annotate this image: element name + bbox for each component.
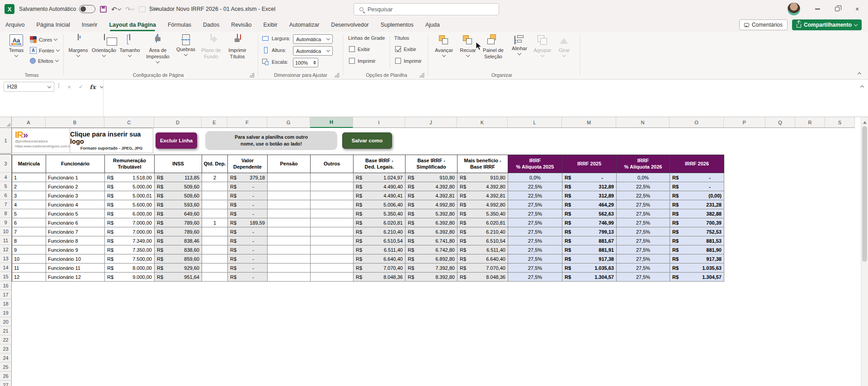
touch-mode-button[interactable] (139, 6, 146, 12)
cell[interactable]: R$859,60 (155, 254, 202, 264)
cell[interactable]: R$189,59 (228, 218, 268, 227)
table-header-cell[interactable]: IRRF % Alíquota 2026 (617, 155, 670, 173)
cell[interactable] (268, 264, 311, 273)
row-header-13[interactable]: 13 (0, 254, 12, 263)
column-header-M[interactable]: M (562, 117, 616, 128)
tab-página-inicial[interactable]: Página Inicial (36, 18, 70, 32)
spin-up-icon[interactable] (313, 59, 316, 62)
cell[interactable]: R$8.000,00 (105, 264, 155, 273)
save-as-button[interactable]: Salvar como (342, 132, 392, 149)
table-header-cell[interactable]: Matrícula (12, 155, 46, 173)
row-header-11[interactable]: 11 (0, 236, 12, 245)
cell[interactable]: R$6.640,40 (354, 254, 406, 264)
insert-function-button[interactable]: fx (88, 82, 98, 92)
cell[interactable] (311, 264, 354, 273)
cell[interactable]: R$312,89 (562, 191, 617, 200)
cell[interactable]: R$7.070,40 (458, 264, 508, 273)
cell[interactable]: R$4.392,81 (406, 191, 458, 200)
row-header-21[interactable]: 21 (0, 326, 12, 335)
row-header-4[interactable]: 4 (0, 173, 12, 182)
row-header-25[interactable]: 25 (0, 362, 12, 372)
cell[interactable]: 27,5% (617, 218, 670, 227)
tab-ajuda[interactable]: Ajuda (425, 18, 440, 32)
cell[interactable] (311, 236, 354, 245)
tab-fórmulas[interactable]: Fórmulas (168, 18, 191, 32)
scrollbar-thumb[interactable] (862, 126, 867, 262)
column-header-Q[interactable]: Q (765, 117, 795, 128)
cancel-icon[interactable]: × (64, 82, 74, 92)
cell[interactable]: 27,5% (508, 273, 562, 282)
gridlines-view-checkbox[interactable]: Exibir (349, 46, 370, 52)
cell[interactable]: R$6.392,80 (406, 218, 458, 227)
cell[interactable]: 27,5% (508, 200, 562, 209)
user-avatar[interactable] (788, 3, 800, 15)
cell[interactable] (311, 245, 354, 254)
cell[interactable]: R$917,38 (670, 254, 724, 264)
cell[interactable]: R$4.392,80 (458, 182, 508, 191)
scale-height-dropdown[interactable]: Automática (293, 46, 333, 56)
row-header-5[interactable]: 5 (0, 182, 12, 191)
cell[interactable] (311, 218, 354, 227)
cell[interactable]: R$- (228, 227, 268, 236)
headings-view-checkbox[interactable]: Exibir (395, 46, 416, 52)
cell[interactable]: R$312,89 (562, 182, 617, 191)
cell[interactable]: R$1.518,00 (105, 173, 155, 182)
cell[interactable] (311, 273, 354, 282)
cell[interactable]: R$- (228, 236, 268, 245)
cell[interactable]: R$8.048,36 (354, 273, 406, 282)
formula-bar-collapse-icon[interactable] (860, 85, 864, 89)
cell[interactable]: 27,5% (617, 254, 670, 264)
cell[interactable]: 27,5% (617, 245, 670, 254)
cell[interactable]: 27,5% (617, 227, 670, 236)
cell[interactable]: R$- (228, 264, 268, 273)
tab-exibir[interactable]: Exibir (263, 18, 277, 32)
cell[interactable]: R$5.006,40 (354, 200, 406, 209)
cell[interactable] (202, 264, 228, 273)
cell[interactable]: 9 (12, 245, 46, 254)
row-header-23[interactable]: 23 (0, 344, 12, 353)
table-header-cell[interactable]: Base IRRF - Ded. Legais. (354, 155, 406, 173)
print-area-button[interactable]: Área de Impressão (144, 34, 172, 63)
column-header-J[interactable]: J (405, 117, 457, 128)
row-header-17[interactable]: 17 (0, 290, 12, 299)
cell[interactable]: Funcionário 4 (46, 200, 105, 209)
cell[interactable]: 27,5% (617, 264, 670, 273)
cell[interactable]: R$231,28 (670, 200, 724, 209)
headings-print-checkbox[interactable]: Imprimir (395, 58, 422, 64)
row-header-9[interactable]: 9 (0, 218, 12, 227)
cell[interactable]: R$6.741,80 (406, 236, 458, 245)
cell[interactable]: R$- (562, 173, 617, 182)
cell[interactable]: 27,5% (508, 254, 562, 264)
fonts-button[interactable]: AFontes (30, 47, 59, 54)
cell[interactable]: R$1.035,63 (562, 264, 617, 273)
scale-spinner[interactable]: 100% (293, 58, 318, 67)
tab-automatizar[interactable]: Automatizar (289, 18, 320, 32)
cell[interactable] (202, 245, 228, 254)
spin-down-icon[interactable] (313, 63, 316, 66)
cell[interactable]: 10 (12, 254, 46, 264)
formula-input[interactable] (103, 80, 854, 117)
select-all-corner[interactable] (0, 117, 12, 128)
column-header-I[interactable]: I (353, 117, 405, 128)
size-button[interactable]: Tamanho (118, 34, 141, 56)
autosave-toggle[interactable] (79, 5, 95, 13)
cell[interactable] (202, 200, 228, 209)
cell[interactable] (311, 254, 354, 264)
cell[interactable]: R$7.500,00 (105, 254, 155, 264)
cell[interactable] (268, 182, 311, 191)
table-header-cell[interactable]: Valor Dependente (228, 155, 268, 173)
cell[interactable] (202, 254, 228, 264)
cell[interactable]: R$509,60 (155, 191, 202, 200)
cell[interactable]: Funcionário 7 (46, 227, 105, 236)
cell[interactable]: R$1.304,57 (562, 273, 617, 282)
delete-row-button[interactable]: Excluir Linha (156, 132, 197, 149)
cell[interactable] (311, 191, 354, 200)
cell[interactable]: R$6.020,81 (354, 218, 406, 227)
cell[interactable] (311, 209, 354, 218)
cell[interactable]: R$951,64 (155, 273, 202, 282)
table-header-cell[interactable]: Remuneração Tributável (105, 155, 155, 173)
margins-button[interactable]: Margens (67, 34, 90, 56)
column-header-A[interactable]: A (12, 117, 46, 128)
cell[interactable]: Funcionário 10 (46, 254, 105, 264)
column-header-S[interactable]: S (825, 117, 855, 128)
